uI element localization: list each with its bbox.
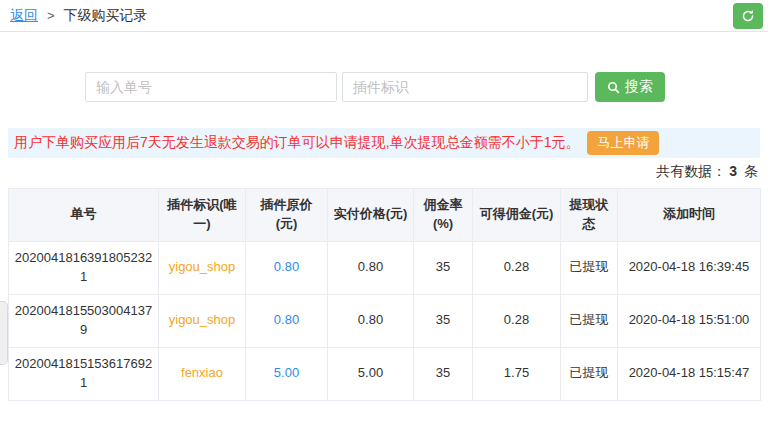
data-count-value: 3: [726, 163, 740, 179]
breadcrumb-separator: >: [47, 8, 55, 23]
withdraw-notice-bar: 用户下单购买应用后7天无发生退款交易的订单可以申请提现,单次提现总金额需不小于1…: [8, 128, 760, 158]
cell-commission: 0.28: [473, 241, 561, 294]
table-row: 20200418155030041379 yigou_shop 0.80 0.8…: [9, 294, 761, 347]
header-withdraw-status: 提现状态: [561, 189, 618, 242]
order-number-input[interactable]: [85, 72, 337, 102]
cell-added-time: 2020-04-18 15:51:00: [618, 294, 761, 347]
cell-commission-rate: 35: [414, 241, 473, 294]
search-icon: [607, 81, 620, 94]
cell-plugin-id: yigou_shop: [159, 294, 246, 347]
cell-paid-price: 0.80: [328, 241, 414, 294]
header-order-number: 单号: [9, 189, 159, 242]
cell-added-time: 2020-04-18 16:39:45: [618, 241, 761, 294]
cell-commission: 1.75: [473, 347, 561, 400]
refresh-icon: [741, 9, 755, 23]
header-plugin-id: 插件标识(唯一): [159, 189, 246, 242]
cell-commission: 0.28: [473, 294, 561, 347]
header-original-price: 插件原价(元): [246, 189, 328, 242]
apply-withdraw-button[interactable]: 马上申请: [587, 131, 659, 155]
cell-paid-price: 0.80: [328, 294, 414, 347]
header-paid-price: 实付价格(元): [328, 189, 414, 242]
cell-plugin-id: fenxiao: [159, 347, 246, 400]
page-title: 下级购买记录: [64, 7, 148, 25]
cell-original-price-link[interactable]: 5.00: [246, 347, 328, 400]
table-row: 20200418163918052321 yigou_shop 0.80 0.8…: [9, 241, 761, 294]
search-button[interactable]: 搜索: [595, 72, 665, 102]
top-bar: 返回 > 下级购买记录: [0, 0, 768, 32]
withdraw-notice-text: 用户下单购买应用后7天无发生退款交易的订单可以申请提现,单次提现总金额需不小于1…: [14, 134, 579, 152]
purchase-records-table: 单号 插件标识(唯一) 插件原价(元) 实付价格(元) 佣金率(%) 可得佣金(…: [8, 188, 761, 401]
cell-added-time: 2020-04-18 15:15:47: [618, 347, 761, 400]
header-added-time: 添加时间: [618, 189, 761, 242]
cell-commission-rate: 35: [414, 294, 473, 347]
left-drawer-handle[interactable]: [0, 301, 8, 365]
data-count-unit: 条: [744, 163, 758, 179]
plugin-id-input[interactable]: [342, 72, 588, 102]
cell-order-number: 20200418151536176921: [9, 347, 159, 400]
cell-withdraw-status: 已提现: [561, 294, 618, 347]
table-row: 20200418151536176921 fenxiao 5.00 5.00 3…: [9, 347, 761, 400]
data-count-label: 共有数据：: [656, 163, 726, 179]
table-header-row: 单号 插件标识(唯一) 插件原价(元) 实付价格(元) 佣金率(%) 可得佣金(…: [9, 189, 761, 242]
cell-plugin-id: yigou_shop: [159, 241, 246, 294]
back-link[interactable]: 返回: [10, 7, 38, 25]
cell-withdraw-status: 已提现: [561, 347, 618, 400]
search-row: 搜索: [85, 72, 768, 102]
cell-commission-rate: 35: [414, 347, 473, 400]
refresh-button[interactable]: [733, 3, 763, 29]
header-commission-rate: 佣金率(%): [414, 189, 473, 242]
data-count-summary: 共有数据：3 条: [0, 163, 758, 181]
breadcrumb: 返回 > 下级购买记录: [10, 7, 148, 25]
cell-paid-price: 5.00: [328, 347, 414, 400]
cell-original-price-link[interactable]: 0.80: [246, 294, 328, 347]
cell-withdraw-status: 已提现: [561, 241, 618, 294]
cell-original-price-link[interactable]: 0.80: [246, 241, 328, 294]
cell-order-number: 20200418155030041379: [9, 294, 159, 347]
search-button-label: 搜索: [625, 78, 653, 96]
header-commission: 可得佣金(元): [473, 189, 561, 242]
cell-order-number: 20200418163918052321: [9, 241, 159, 294]
